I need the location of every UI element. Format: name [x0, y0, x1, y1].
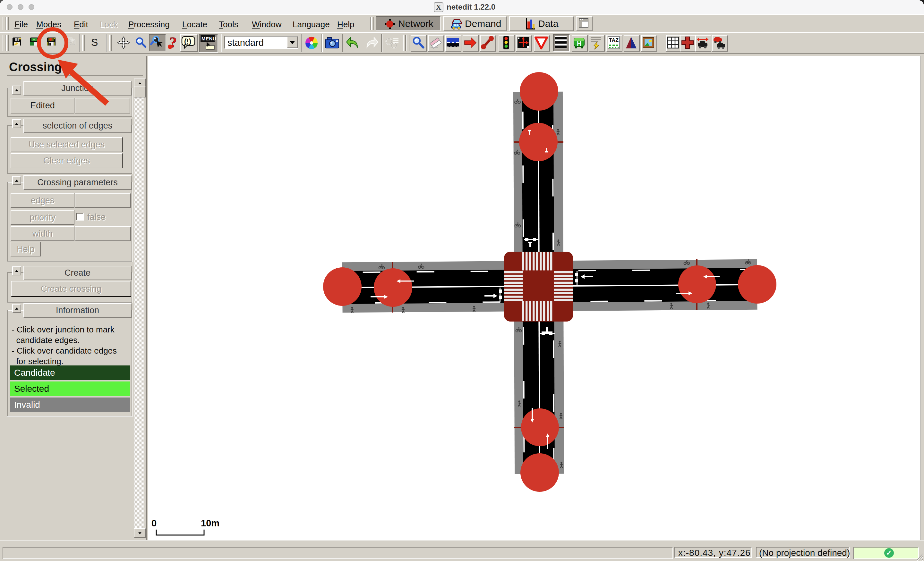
- svg-text:0: 0: [152, 518, 157, 528]
- svg-text:TAZ: TAZ: [609, 37, 619, 43]
- svg-text:(!): (!): [184, 37, 191, 45]
- svg-text:H: H: [577, 40, 581, 47]
- svg-text:MENU: MENU: [201, 36, 216, 41]
- svg-text:10m: 10m: [201, 518, 219, 528]
